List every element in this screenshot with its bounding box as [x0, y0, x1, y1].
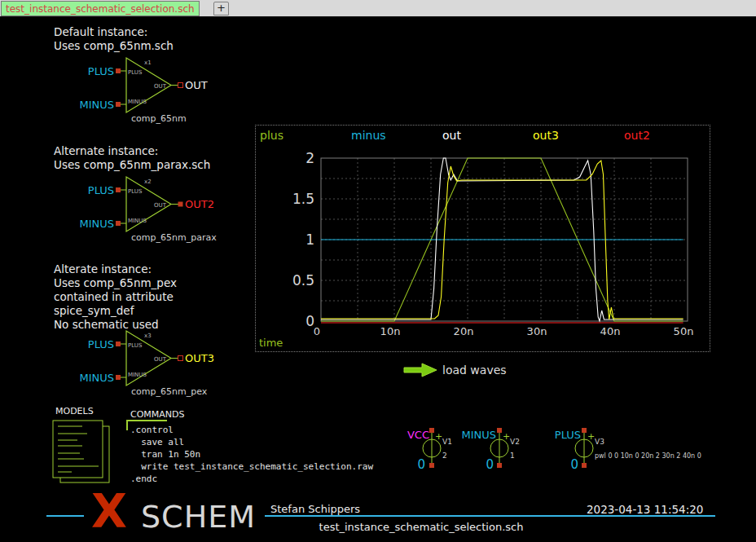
pin-square-plus[interactable]: [116, 187, 121, 192]
net-label-gnd[interactable]: 0: [570, 457, 578, 472]
models-document-icon[interactable]: [47, 403, 129, 487]
source-name: V3: [595, 438, 604, 446]
svg-text:20n: 20n: [454, 325, 474, 337]
pin-square-minus[interactable]: [116, 375, 121, 380]
annotation-pex-line4: spice_sym_def: [54, 304, 134, 317]
annotation-alternate-instance-line2: Uses comp_65nm_parax.sch: [54, 158, 210, 171]
net-label-gnd[interactable]: 0: [417, 457, 425, 472]
svg-text:10n: 10n: [380, 325, 401, 337]
pin-square-minus[interactable]: [116, 102, 121, 107]
title-block-divider: [265, 515, 715, 517]
pin-square-top[interactable]: [429, 428, 434, 433]
instance-x2[interactable]: PLUS MINUS OUT2 x2 PLUS MINUS OUT comp_6…: [77, 170, 248, 251]
net-label-out2[interactable]: OUT2: [185, 198, 214, 210]
pin-square-out[interactable]: [178, 202, 183, 207]
pin-label-minus: MINUS: [128, 372, 147, 378]
svg-text:0: 0: [314, 325, 320, 337]
comparator-symbol-x1: PLUS MINUS OUT x1 PLUS MINUS OUT comp_65…: [77, 51, 248, 129]
xschem-window: test_instance_schematic_selection.sch + …: [0, 0, 756, 542]
annotation-pex-line1: Alterate instance:: [54, 262, 152, 275]
title-block-divider-left: [46, 515, 84, 517]
commands-label: COMMANDS: [130, 409, 185, 420]
graph-canvas[interactable]: 00.511.52010n20n30n40n50n: [256, 126, 710, 351]
pin-label-minus: MINUS: [128, 218, 147, 224]
pin-square-top[interactable]: [497, 428, 502, 433]
pin-label-plus: PLUS: [128, 188, 143, 195]
svg-text:50n: 50n: [674, 325, 694, 337]
load-waves-label[interactable]: load waves: [442, 364, 507, 377]
net-label-plus[interactable]: PLUS: [88, 338, 114, 350]
net-label-plus-src[interactable]: PLUS: [555, 429, 581, 441]
net-label-vcc[interactable]: VCC: [407, 429, 429, 441]
instance-x1[interactable]: PLUS MINUS OUT x1 PLUS MINUS OUT comp_65…: [77, 51, 248, 132]
net-label-minus[interactable]: MINUS: [79, 99, 114, 111]
load-waves-arrow-icon[interactable]: [402, 362, 440, 378]
author-name: Stefan Schippers: [270, 503, 360, 515]
net-label-minus-src[interactable]: MINUS: [461, 429, 496, 441]
pin-square-top[interactable]: [582, 428, 587, 433]
x-axis-title: time: [259, 337, 283, 349]
svg-text:0.5: 0.5: [292, 272, 314, 289]
xschem-logo-text: SCHEM: [141, 502, 256, 531]
new-tab-button[interactable]: +: [213, 2, 229, 15]
pin-square-bottom[interactable]: [582, 463, 587, 468]
commands-line-5: .endc: [130, 474, 157, 484]
net-label-out[interactable]: OUT: [185, 79, 208, 91]
symbol-name: comp_65nm_parax: [131, 232, 217, 243]
timestamp: 2023-04-13 11:54:20: [587, 503, 703, 516]
source-pwl-value: pwl 0 0 10n 0 20n 2 30n 2 40n 0: [595, 452, 701, 460]
tab-active-schematic[interactable]: test_instance_schematic_selection.sch: [1, 1, 200, 16]
pin-label-plus: PLUS: [128, 69, 143, 76]
instance-name: x2: [144, 178, 152, 185]
commands-line-1: .control: [130, 425, 174, 435]
plus-sign: +: [435, 431, 442, 442]
net-label-gnd[interactable]: 0: [486, 457, 494, 472]
pin-square-out[interactable]: [178, 83, 183, 88]
plus-sign: +: [503, 431, 510, 442]
plus-sign: +: [587, 431, 595, 442]
annotation-alternate-instance-line1: Alternate instance:: [54, 144, 158, 157]
source-value: 2: [442, 452, 447, 460]
symbol-name: comp_65nm_pex: [131, 386, 208, 397]
commands-line-2: save all: [130, 437, 184, 447]
pin-label-out: OUT: [154, 83, 167, 90]
waveform-graph[interactable]: plusminusoutout3out2 00.511.52010n20n30n…: [255, 125, 710, 352]
svg-text:30n: 30n: [527, 325, 547, 337]
svg-text:1.5: 1.5: [292, 191, 314, 207]
comparator-symbol-x3: PLUS MINUS OUT3 x3 PLUS MINUS OUT comp_6…: [77, 324, 248, 402]
source-name: V1: [442, 438, 452, 446]
annotation-default-instance-line1: Default instance:: [54, 25, 147, 38]
instance-name: x1: [144, 59, 152, 66]
pin-label-out: OUT: [154, 202, 167, 209]
instance-name: x3: [144, 333, 152, 339]
source-value: 1: [510, 452, 515, 460]
instance-x3[interactable]: PLUS MINUS OUT3 x3 PLUS MINUS OUT comp_6…: [77, 324, 248, 405]
pin-square-bottom[interactable]: [429, 463, 434, 468]
pin-square-out[interactable]: [178, 356, 183, 361]
annotation-default-instance-line2: Uses comp_65nm.sch: [54, 39, 174, 52]
pin-square-plus[interactable]: [116, 342, 121, 346]
commands-line-4: write test_instance_schematic_selection.…: [130, 461, 373, 472]
pin-label-minus: MINUS: [128, 99, 147, 105]
net-label-minus[interactable]: MINUS: [79, 218, 114, 230]
net-label-plus[interactable]: PLUS: [88, 184, 114, 196]
commands-line-3: tran 1n 50n: [130, 449, 200, 460]
symbol-name: comp_65nm: [131, 113, 187, 124]
pin-square-minus[interactable]: [116, 221, 121, 226]
pin-label-out: OUT: [154, 356, 167, 363]
net-label-minus[interactable]: MINUS: [79, 372, 114, 384]
svg-text:40n: 40n: [600, 325, 621, 337]
pin-square-plus[interactable]: [116, 68, 121, 73]
sheet-title: test_instance_schematic_selection.sch: [258, 521, 584, 533]
svg-text:2: 2: [305, 150, 314, 166]
xschem-logo-x: X: [91, 489, 127, 533]
pin-square-bottom[interactable]: [497, 463, 502, 468]
source-name: V2: [510, 438, 520, 446]
annotation-pex-line3: contained in attribute: [54, 290, 174, 303]
tab-bar: test_instance_schematic_selection.sch +: [0, 0, 756, 17]
net-label-plus[interactable]: PLUS: [88, 65, 114, 77]
annotation-pex-line2: Uses comp_65nm_pex: [54, 276, 177, 289]
comparator-symbol-x2: PLUS MINUS OUT2 x2 PLUS MINUS OUT comp_6…: [77, 170, 248, 248]
net-label-out3[interactable]: OUT3: [185, 352, 214, 364]
pin-label-plus: PLUS: [128, 342, 143, 349]
